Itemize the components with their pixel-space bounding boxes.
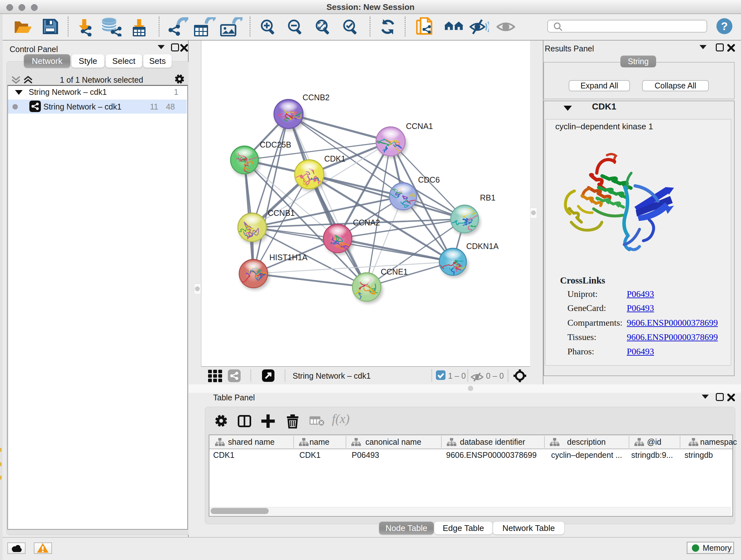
svg-text:CCNB2: CCNB2 xyxy=(302,93,330,102)
svg-text:CDKN1A: CDKN1A xyxy=(466,242,499,251)
svg-text:CDC6: CDC6 xyxy=(418,175,440,184)
svg-text:?: ? xyxy=(721,20,728,32)
svg-text:RB1: RB1 xyxy=(480,193,495,202)
svg-text:CCNB1: CCNB1 xyxy=(268,208,295,217)
svg-text:CCNA2: CCNA2 xyxy=(353,218,380,227)
svg-text:CDK1: CDK1 xyxy=(324,154,346,163)
svg-text:CCNA1: CCNA1 xyxy=(406,122,433,131)
svg-text:CDC25B: CDC25B xyxy=(260,140,291,149)
svg-text:CCNE1: CCNE1 xyxy=(381,267,408,276)
svg-text:HIST1H1A: HIST1H1A xyxy=(269,253,308,262)
